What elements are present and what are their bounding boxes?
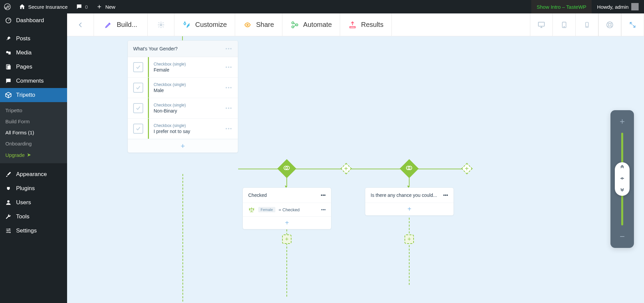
wordpress-icon bbox=[4, 3, 11, 10]
site-name-text: Secure Insurance bbox=[28, 4, 68, 10]
comments-link[interactable]: 0 bbox=[72, 0, 92, 13]
home-icon bbox=[19, 3, 25, 10]
tastewp-link[interactable]: Show Intro – TasteWP bbox=[531, 0, 592, 13]
plus-icon bbox=[96, 3, 103, 10]
new-label: New bbox=[105, 4, 115, 10]
wp-logo[interactable] bbox=[0, 0, 15, 13]
avatar-icon bbox=[631, 3, 639, 10]
new-link[interactable]: New bbox=[92, 0, 119, 13]
howdy-link[interactable]: Howdy, admin bbox=[592, 3, 644, 10]
wp-admin-bar: Secure Insurance 0 New Show Intro – Tast… bbox=[0, 0, 644, 13]
comments-count: 0 bbox=[85, 4, 88, 10]
site-name-link[interactable]: Secure Insurance bbox=[15, 0, 72, 13]
comment-icon bbox=[76, 3, 83, 10]
